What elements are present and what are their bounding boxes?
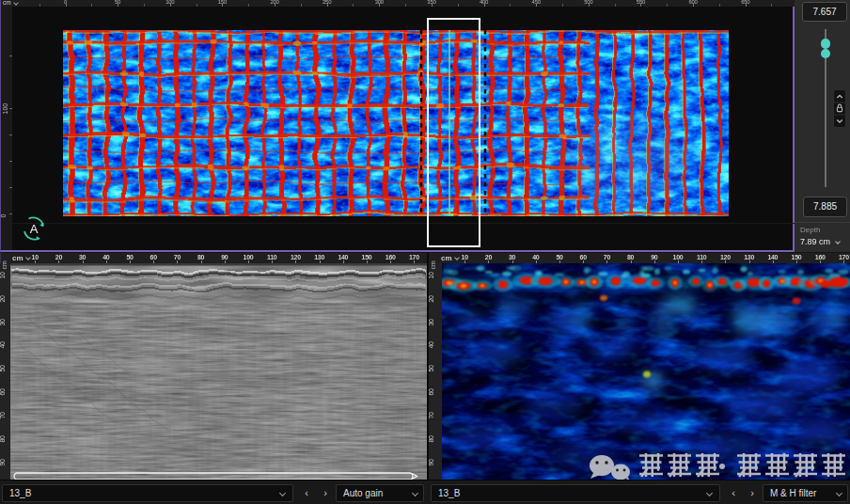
svg-text:A: A [30, 222, 39, 236]
